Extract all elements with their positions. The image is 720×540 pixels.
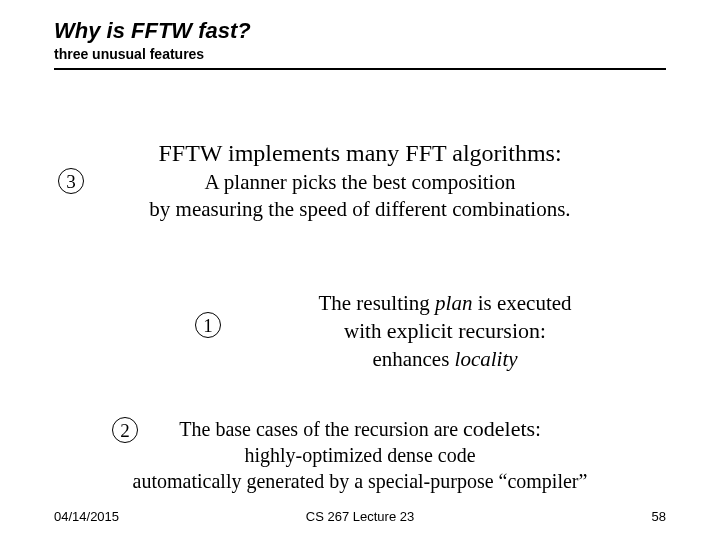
badge-3: 3 <box>58 168 84 194</box>
s1-plan: plan <box>435 291 472 315</box>
slide: Why is FFTW fast? three unusual features… <box>0 0 720 540</box>
section-2-body: The base cases of the recursion are code… <box>0 415 720 494</box>
section-3-line1: A planner picks the best composition <box>205 170 516 194</box>
s1-l1-a: The resulting <box>318 291 435 315</box>
s1-l2-colon: : <box>540 319 546 343</box>
section-2: 2 The base cases of the recursion are co… <box>0 415 720 494</box>
s2-l1-colon: : <box>535 418 541 440</box>
footer-page-number: 58 <box>652 509 666 524</box>
header-rule <box>54 68 666 70</box>
s1-l1-b: is executed <box>472 291 571 315</box>
badge-1: 1 <box>195 312 221 338</box>
section-3-line2: by measuring the speed of different comb… <box>149 197 570 221</box>
section-1: 1 The resulting plan is executed with ex… <box>195 290 655 373</box>
s1-l2-a: with <box>344 319 387 343</box>
slide-title: Why is FFTW fast? <box>54 18 720 44</box>
footer-course: CS 267 Lecture 23 <box>0 509 720 524</box>
slide-subtitle: three unusual features <box>54 46 720 62</box>
section-3-heading: FFTW implements many FFT algorithms: <box>0 140 720 167</box>
s1-locality: locality <box>455 347 518 371</box>
s2-l1-a: The base cases of the recursion are <box>179 418 463 440</box>
section-3: 3 FFTW implements many FFT algorithms: A… <box>0 140 720 223</box>
s2-codelets: codelets <box>463 416 535 441</box>
s2-l3: automatically generated by a special-pur… <box>133 470 588 492</box>
badge-2: 2 <box>112 417 138 443</box>
section-1-body: The resulting plan is executed with expl… <box>235 290 655 373</box>
s1-explicit: explicit <box>387 318 458 343</box>
slide-header: Why is FFTW fast? three unusual features <box>0 0 720 62</box>
s2-l2: highly-optimized dense code <box>244 444 475 466</box>
section-3-body: A planner picks the best composition by … <box>0 169 720 223</box>
s1-l3-a: enhances <box>372 347 454 371</box>
s1-recursion: recursion <box>458 318 540 343</box>
